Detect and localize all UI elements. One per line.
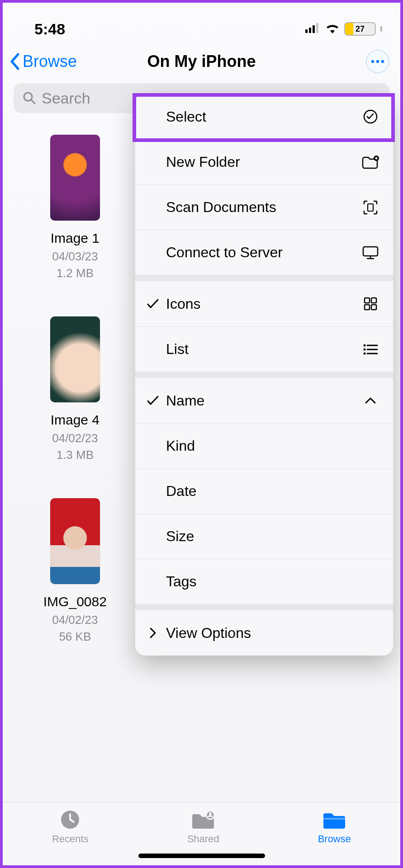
menu-label: Size	[166, 528, 360, 545]
ellipsis-icon	[371, 60, 384, 63]
menu-sort-tags[interactable]: Tags	[135, 559, 393, 604]
menu-label: Icons	[166, 296, 360, 312]
shared-folder-icon	[190, 809, 217, 830]
svg-rect-16	[371, 298, 376, 303]
file-thumbnail	[50, 135, 100, 221]
nav-header: Browse On My iPhone	[3, 43, 400, 80]
battery-level: 27	[345, 24, 375, 34]
file-name: Image 4	[51, 412, 100, 428]
display-icon	[360, 245, 380, 260]
home-indicator	[138, 854, 265, 858]
menu-label: Date	[166, 483, 360, 500]
svg-line-8	[31, 100, 35, 104]
file-tile[interactable]: Image 4 04/02/23 1.3 MB	[16, 316, 134, 462]
file-date: 04/02/23	[52, 431, 98, 445]
menu-label: Scan Documents	[166, 199, 360, 216]
checkmark-icon	[140, 298, 166, 309]
chevron-up-icon	[360, 396, 380, 405]
menu-label: Connect to Server	[166, 244, 360, 261]
svg-rect-15	[365, 298, 370, 303]
menu-select[interactable]: Select	[135, 94, 393, 139]
context-menu: Select New Folder Scan Documents Connect…	[135, 94, 393, 656]
menu-sort-date[interactable]: Date	[135, 468, 393, 514]
menu-label: Kind	[166, 438, 360, 454]
svg-point-19	[364, 344, 366, 346]
menu-view-list[interactable]: List	[135, 326, 393, 372]
file-thumbnail	[50, 498, 100, 584]
search-icon	[23, 91, 36, 105]
menu-label: List	[166, 341, 360, 358]
signal-icon	[305, 23, 321, 35]
file-tile[interactable]: IMG_0082 04/02/23 56 KB	[16, 498, 134, 644]
file-thumbnail	[50, 316, 100, 402]
search-placeholder: Search	[42, 90, 90, 107]
svg-rect-18	[371, 305, 376, 310]
folder-plus-icon	[360, 156, 380, 169]
menu-label: Name	[166, 392, 360, 409]
chevron-right-icon	[140, 627, 166, 639]
file-name: IMG_0082	[43, 594, 107, 609]
checkmark-circle-icon	[360, 109, 380, 124]
status-time: 5:48	[34, 20, 65, 38]
menu-label: View Options	[166, 625, 360, 642]
tab-browse[interactable]: Browse	[318, 809, 351, 845]
checkmark-icon	[140, 395, 166, 406]
svg-rect-17	[365, 305, 370, 310]
menu-label: New Folder	[166, 154, 360, 170]
svg-point-4	[371, 60, 374, 63]
back-label: Browse	[23, 52, 77, 71]
svg-rect-3	[316, 23, 318, 33]
status-bar: 5:48 27	[3, 3, 400, 43]
tab-label: Shared	[187, 833, 219, 845]
svg-rect-28	[323, 818, 345, 820]
menu-scan-documents[interactable]: Scan Documents	[135, 184, 393, 230]
svg-rect-2	[313, 25, 315, 33]
chevron-left-icon	[9, 52, 21, 71]
tab-label: Recents	[52, 833, 89, 845]
menu-new-folder[interactable]: New Folder	[135, 139, 393, 184]
file-name: Image 1	[51, 231, 100, 246]
more-button[interactable]	[366, 50, 389, 73]
svg-point-21	[364, 348, 366, 350]
svg-rect-1	[309, 28, 311, 33]
svg-point-23	[364, 352, 366, 354]
menu-sort-kind[interactable]: Kind	[135, 423, 393, 468]
menu-view-icons[interactable]: Icons	[135, 281, 393, 326]
tab-shared[interactable]: Shared	[187, 809, 219, 845]
folder-icon	[321, 809, 348, 830]
svg-rect-12	[363, 247, 378, 256]
file-tile[interactable]: Image 1 04/03/23 1.2 MB	[16, 135, 134, 280]
battery-icon: 27	[344, 22, 376, 36]
svg-rect-0	[305, 29, 308, 33]
menu-label: Select	[166, 108, 360, 125]
file-size: 56 KB	[59, 630, 91, 644]
wifi-icon	[325, 23, 340, 35]
menu-sort-name[interactable]: Name	[135, 378, 393, 423]
file-size: 1.3 MB	[57, 448, 94, 462]
file-date: 04/02/23	[52, 613, 98, 627]
menu-connect-server[interactable]: Connect to Server	[135, 230, 393, 275]
file-date: 04/03/23	[52, 250, 98, 264]
file-size: 1.2 MB	[57, 266, 94, 280]
tab-recents[interactable]: Recents	[52, 809, 89, 845]
menu-label: Tags	[166, 573, 360, 590]
clock-icon	[59, 809, 81, 830]
scan-icon	[360, 199, 380, 216]
back-button[interactable]: Browse	[9, 52, 77, 71]
svg-point-5	[376, 60, 379, 63]
tab-label: Browse	[318, 833, 351, 845]
grid-icon	[360, 297, 380, 311]
svg-point-27	[209, 812, 212, 815]
svg-point-6	[381, 60, 384, 63]
menu-sort-size[interactable]: Size	[135, 514, 393, 559]
svg-rect-11	[368, 204, 373, 211]
menu-view-options[interactable]: View Options	[135, 610, 393, 656]
list-icon	[360, 344, 380, 355]
